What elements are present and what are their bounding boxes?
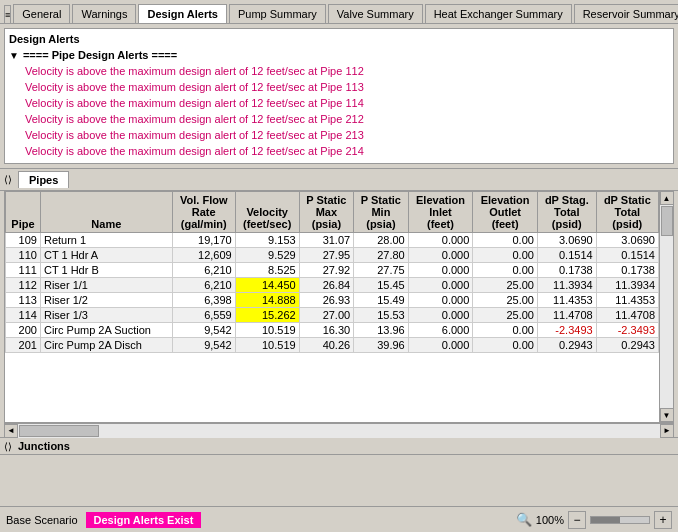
alert-item-5: Velocity is above the maximum design ale… <box>25 127 669 143</box>
search-icon: 🔍 <box>516 512 532 527</box>
col-elevation-outlet: ElevationOutlet(feet) <box>473 192 538 233</box>
alert-item-4: Velocity is above the maximum design ale… <box>25 111 669 127</box>
vertical-scrollbar[interactable]: ▲ ▼ <box>659 191 673 422</box>
cell-dp_static_total: 11.4353 <box>596 293 658 308</box>
cell-name: CT 1 Hdr A <box>40 248 172 263</box>
cell-velocity: 14.888 <box>235 293 299 308</box>
table-row[interactable]: 109Return 119,1709.15331.0728.000.0000.0… <box>6 233 659 248</box>
cell-p_static_min: 27.80 <box>354 248 409 263</box>
tab-design-alerts[interactable]: Design Alerts <box>138 4 227 23</box>
scroll-thumb[interactable] <box>661 206 673 236</box>
tab-pipes[interactable]: Pipes <box>18 171 69 188</box>
cell-p_static_min: 28.00 <box>354 233 409 248</box>
scroll-up-arrow[interactable]: ▲ <box>660 191 674 205</box>
cell-p_static_max: 16.30 <box>299 323 354 338</box>
col-p-static-min: P StaticMin(psia) <box>354 192 409 233</box>
cell-dp_stag_total: 11.4353 <box>537 293 596 308</box>
cell-p_static_max: 27.95 <box>299 248 354 263</box>
tab-pump-summary[interactable]: Pump Summary <box>229 4 326 23</box>
tab-general[interactable]: General <box>13 4 70 23</box>
scroll-thumb-h[interactable] <box>19 425 99 437</box>
scroll-track-h[interactable] <box>18 424 660 438</box>
table-row[interactable]: 200Circ Pump 2A Suction9,54210.51916.301… <box>6 323 659 338</box>
cell-elevation_inlet: 0.000 <box>408 263 473 278</box>
cell-pipe: 113 <box>6 293 41 308</box>
table-row[interactable]: 111CT 1 Hdr B6,2108.52527.9227.750.0000.… <box>6 263 659 278</box>
tab-icon[interactable]: ≡ <box>4 5 11 23</box>
alert-item-3: Velocity is above the maximum design ale… <box>25 95 669 111</box>
alert-item-2: Velocity is above the maximum design ale… <box>25 79 669 95</box>
table-row[interactable]: 110CT 1 Hdr A12,6099.52927.9527.800.0000… <box>6 248 659 263</box>
cell-vol_flow: 19,170 <box>172 233 235 248</box>
cell-pipe: 200 <box>6 323 41 338</box>
pipes-table-container: Pipe Name Vol. FlowRate(gal/min) Velocit… <box>4 191 674 423</box>
cell-elevation_outlet: 0.00 <box>473 338 538 353</box>
alert-item-6: Velocity is above the maximum design ale… <box>25 143 669 159</box>
tab-reservoir-summary[interactable]: Reservoir Summary <box>574 4 678 23</box>
tab-warnings[interactable]: Warnings <box>72 4 136 23</box>
cell-p_static_min: 15.49 <box>354 293 409 308</box>
tab-valve-summary[interactable]: Valve Summary <box>328 4 423 23</box>
horizontal-scrollbar[interactable]: ◄ ► <box>4 423 674 437</box>
cell-p_static_min: 15.53 <box>354 308 409 323</box>
col-pipe: Pipe <box>6 192 41 233</box>
design-alerts-panel: Design Alerts ▼ ==== Pipe Design Alerts … <box>4 28 674 164</box>
collapse-icon[interactable]: ▼ <box>9 50 19 61</box>
cell-elevation_inlet: 0.000 <box>408 248 473 263</box>
junctions-label: Junctions <box>18 440 70 452</box>
cell-elevation_outlet: 0.00 <box>473 233 538 248</box>
pipes-section-divider: ⟨⟩ Pipes <box>0 168 678 191</box>
zoom-slider[interactable] <box>590 516 650 524</box>
cell-p_static_min: 39.96 <box>354 338 409 353</box>
cell-dp_stag_total: 0.2943 <box>537 338 596 353</box>
table-row[interactable]: 114Riser 1/36,55915.26227.0015.530.00025… <box>6 308 659 323</box>
cell-name: Circ Pump 2A Disch <box>40 338 172 353</box>
cell-dp_stag_total: 0.1738 <box>537 263 596 278</box>
cell-vol_flow: 6,559 <box>172 308 235 323</box>
cell-elevation_inlet: 0.000 <box>408 308 473 323</box>
cell-vol_flow: 9,542 <box>172 323 235 338</box>
cell-dp_static_total: -2.3493 <box>596 323 658 338</box>
pipe-design-alerts-header: ▼ ==== Pipe Design Alerts ==== <box>9 49 669 61</box>
cell-dp_static_total: 11.4708 <box>596 308 658 323</box>
cell-dp_stag_total: -2.3493 <box>537 323 596 338</box>
cell-dp_static_total: 0.1738 <box>596 263 658 278</box>
cell-velocity: 14.450 <box>235 278 299 293</box>
scroll-track[interactable] <box>660 205 674 408</box>
cell-elevation_outlet: 0.00 <box>473 248 538 263</box>
cell-pipe: 109 <box>6 233 41 248</box>
tab-heat-exchanger-summary[interactable]: Heat Exchanger Summary <box>425 4 572 23</box>
scroll-down-arrow[interactable]: ▼ <box>660 408 674 422</box>
cell-pipe: 111 <box>6 263 41 278</box>
cell-velocity: 15.262 <box>235 308 299 323</box>
junctions-section-divider: ⟨⟩ Junctions <box>0 437 678 455</box>
cell-dp_stag_total: 11.3934 <box>537 278 596 293</box>
cell-name: Riser 1/1 <box>40 278 172 293</box>
zoom-plus-button[interactable]: + <box>654 511 672 529</box>
junctions-collapse-icon[interactable]: ⟨⟩ <box>4 441 12 452</box>
cell-dp_stag_total: 11.4708 <box>537 308 596 323</box>
cell-vol_flow: 6,210 <box>172 263 235 278</box>
cell-vol_flow: 6,210 <box>172 278 235 293</box>
scroll-right-arrow[interactable]: ► <box>660 424 674 438</box>
cell-dp_stag_total: 3.0690 <box>537 233 596 248</box>
table-row[interactable]: 113Riser 1/26,39814.88826.9315.490.00025… <box>6 293 659 308</box>
table-row[interactable]: 112Riser 1/16,21014.45026.8415.450.00025… <box>6 278 659 293</box>
cell-name: Riser 1/2 <box>40 293 172 308</box>
cell-elevation_outlet: 0.00 <box>473 263 538 278</box>
col-velocity: Velocity(feet/sec) <box>235 192 299 233</box>
scroll-left-arrow[interactable]: ◄ <box>4 424 18 438</box>
cell-dp_static_total: 0.1514 <box>596 248 658 263</box>
zoom-minus-button[interactable]: − <box>568 511 586 529</box>
cell-elevation_inlet: 6.000 <box>408 323 473 338</box>
cell-elevation_outlet: 25.00 <box>473 293 538 308</box>
cell-pipe: 112 <box>6 278 41 293</box>
cell-name: Return 1 <box>40 233 172 248</box>
cell-elevation_inlet: 0.000 <box>408 278 473 293</box>
design-alerts-title: Design Alerts <box>9 33 669 45</box>
table-row[interactable]: 201Circ Pump 2A Disch9,54210.51940.2639.… <box>6 338 659 353</box>
cell-name: Circ Pump 2A Suction <box>40 323 172 338</box>
status-bar: Base Scenario Design Alerts Exist 🔍 100%… <box>0 506 678 532</box>
cell-elevation_inlet: 0.000 <box>408 293 473 308</box>
pipes-collapse-icon[interactable]: ⟨⟩ <box>4 174 12 185</box>
